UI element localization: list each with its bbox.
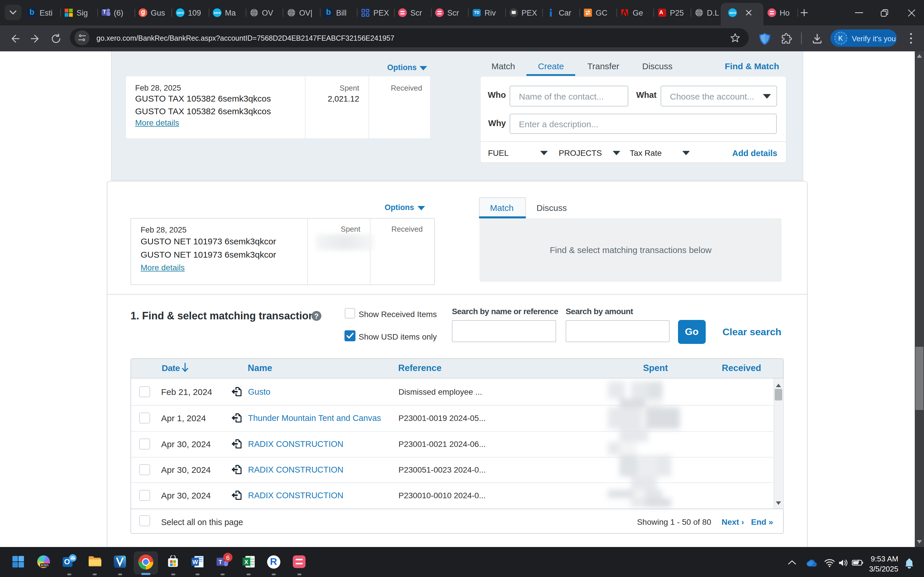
svg-text:W: W	[192, 559, 198, 565]
svg-text:T: T	[218, 559, 222, 565]
svg-text:X: X	[244, 559, 248, 565]
